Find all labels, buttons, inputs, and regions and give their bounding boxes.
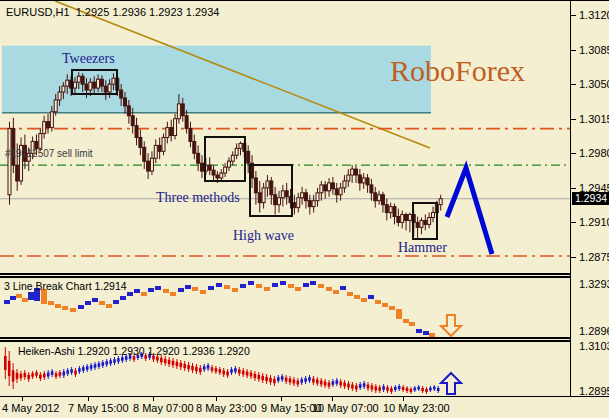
- time-tick: [216, 397, 217, 401]
- annotation-label-hammer[interactable]: Hammer: [398, 240, 447, 256]
- price-axis-label: 1.3085: [579, 44, 609, 56]
- time-axis-label: 10 May 23:00: [383, 402, 450, 414]
- price-axis-label: 1.3050: [579, 78, 609, 90]
- price-axis-label: 1.2875: [579, 251, 609, 263]
- price-axis-label: 1.3120: [579, 9, 609, 21]
- forecast-arrow[interactable]: [447, 168, 492, 254]
- sell-limit-order-label: #19112507 sell limit: [5, 148, 93, 159]
- time-axis-label: 8 May 23:00: [196, 402, 257, 414]
- chart-title: EURUSD,H1 1.2925 1.2936 1.2923 1.2934: [6, 6, 219, 18]
- sell-signal-arrow[interactable]: [441, 315, 461, 336]
- indicator-axis-label: 1.2895: [579, 385, 609, 397]
- time-axis-label: 10 May 07:00: [312, 402, 379, 414]
- indicator-axis-label: 1.3293: [579, 278, 609, 290]
- price-axis-label: 1.2980: [579, 147, 609, 159]
- time-tick: [403, 397, 404, 401]
- price-tick: [571, 15, 576, 16]
- indicator-axis-label: 1.3103: [579, 340, 609, 352]
- price-tick: [571, 188, 576, 189]
- price-tick: [571, 50, 576, 51]
- time-axis[interactable]: 4 May 20127 May 15:008 May 07:008 May 23…: [0, 397, 570, 418]
- price-axis[interactable]: 1.31201.30851.30501.30151.29801.29451.29…: [570, 1, 609, 397]
- line-break-panel-label: 3 Line Break Chart 1.2914: [4, 280, 127, 292]
- price-tick: [571, 222, 576, 223]
- time-tick: [332, 397, 333, 401]
- price-axis-label: 1.3015: [579, 113, 609, 125]
- buy-signal-arrow[interactable]: [441, 373, 461, 394]
- time-tick: [88, 397, 89, 401]
- chart-window: EURUSD,H1 1.2925 1.2936 1.2923 1.2934 Ro…: [0, 0, 609, 418]
- time-tick: [22, 397, 23, 401]
- price-tick: [571, 84, 576, 85]
- time-tick: [281, 397, 282, 401]
- time-axis-label: 4 May 2012: [2, 402, 59, 414]
- annotation-label-tweezers[interactable]: Tweezers: [62, 51, 115, 67]
- price-tick: [571, 153, 576, 154]
- broker-watermark: RoboForex: [390, 54, 525, 88]
- time-tick: [153, 397, 154, 401]
- annotation-label-high-wave[interactable]: High wave: [233, 228, 294, 244]
- price-axis-label: 1.2910: [579, 216, 609, 228]
- annotation-label-three-methods[interactable]: Three methods: [156, 190, 240, 206]
- heiken-ashi-panel-label: Heiken-Ashi 1.2920 1.2930 1.2920 1.2936 …: [18, 345, 250, 357]
- price-tick: [571, 257, 576, 258]
- current-price-badge: 1.2934: [572, 192, 609, 205]
- indicator-axis-label: 1.2896: [579, 325, 609, 337]
- time-axis-label: 8 May 07:00: [133, 402, 194, 414]
- time-axis-label: 7 May 15:00: [68, 402, 129, 414]
- price-tick: [571, 119, 576, 120]
